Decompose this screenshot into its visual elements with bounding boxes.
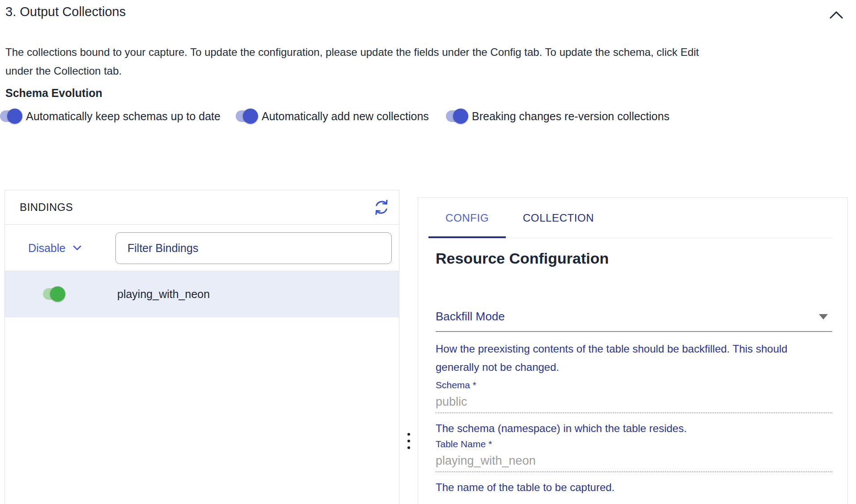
schema-field: Schema * The schema (namespace) in which… — [436, 380, 832, 435]
chevron-down-icon — [73, 245, 81, 251]
config-content: Resource Configuration Backfill Mode How… — [418, 250, 848, 494]
config-tabbar: CONFIG COLLECTION — [428, 198, 832, 238]
drag-dot — [407, 440, 410, 442]
table-name-description: The name of the table to be captured. — [436, 481, 832, 494]
section-description: The collections bound to your capture. T… — [5, 43, 705, 80]
schema-evolution-heading: Schema Evolution — [5, 87, 102, 100]
tab-collection[interactable]: COLLECTION — [506, 198, 611, 238]
switch-knob — [7, 109, 22, 124]
toggle-label: Breaking changes re-version collections — [472, 110, 670, 123]
toggle-breaking-changes-reversion[interactable]: Breaking changes re-version collections — [446, 108, 670, 125]
table-name-input — [436, 454, 832, 472]
table-name-field: Table Name * The name of the table to be… — [436, 439, 832, 494]
resource-configuration-heading: Resource Configuration — [436, 250, 832, 267]
switch-knob — [453, 109, 468, 124]
disable-dropdown-label: Disable — [28, 242, 65, 255]
backfill-mode-label: Backfill Mode — [436, 310, 505, 323]
bindings-panel: BINDINGS Disable — [4, 190, 399, 504]
output-collections-section: 3. Output Collections The collections bo… — [0, 0, 856, 504]
toggle-label: Automatically keep schemas up to date — [26, 110, 220, 123]
drag-dot — [407, 433, 410, 436]
bindings-filter-row: Disable — [5, 225, 399, 271]
toggle-add-new-collections[interactable]: Automatically add new collections — [236, 108, 429, 125]
switch-track — [446, 110, 466, 122]
tab-config[interactable]: CONFIG — [428, 198, 506, 238]
backfill-mode-select[interactable]: Backfill Mode — [436, 310, 832, 332]
table-name-label: Table Name * — [436, 439, 832, 449]
toggle-label: Automatically add new collections — [262, 110, 429, 123]
switch-track — [236, 110, 256, 122]
schema-label: Schema * — [436, 380, 832, 391]
panel-resize-handle[interactable] — [405, 433, 413, 449]
bindings-panel-header: BINDINGS — [5, 190, 399, 225]
refresh-icon — [373, 199, 390, 216]
schema-description: The schema (namespace) in which the tabl… — [436, 422, 832, 435]
chevron-up-icon — [830, 11, 843, 19]
toggle-keep-schemas-up-to-date[interactable]: Automatically keep schemas up to date — [0, 108, 220, 125]
config-panel: CONFIG COLLECTION Resource Configuration… — [418, 197, 848, 504]
disable-dropdown-button[interactable]: Disable — [28, 225, 81, 271]
binding-row-playing-with-neon[interactable]: playing_with_neon — [5, 271, 399, 317]
binding-enabled-toggle[interactable] — [43, 288, 64, 300]
page-title: 3. Output Collections — [5, 4, 126, 19]
backfill-mode-description: How the preexisting contents of the tabl… — [436, 340, 832, 376]
switch-track — [0, 110, 21, 122]
filter-bindings-input[interactable] — [115, 232, 392, 264]
backfill-mode-field: Backfill Mode How the preexisting conten… — [436, 310, 832, 376]
switch-knob — [50, 286, 65, 302]
bindings-panel-title: BINDINGS — [20, 201, 73, 214]
schema-input — [436, 395, 832, 413]
binding-name: playing_with_neon — [117, 288, 210, 301]
refresh-bindings-button[interactable] — [370, 196, 393, 218]
drag-dot — [407, 446, 410, 449]
collapse-section-button[interactable] — [826, 7, 846, 22]
switch-knob — [243, 109, 258, 124]
dropdown-arrow-icon — [819, 314, 828, 319]
